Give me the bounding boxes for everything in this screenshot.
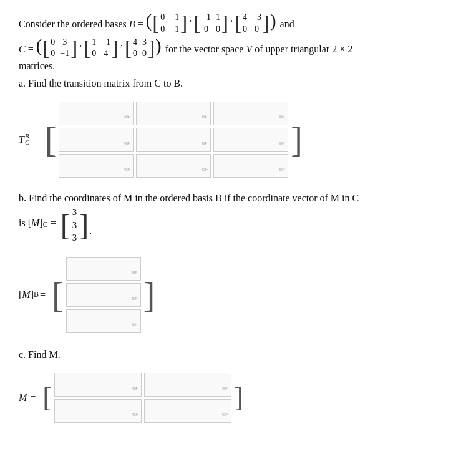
C-label-main: C	[19, 37, 26, 55]
M-label: M =	[19, 392, 36, 403]
part-b-matrix: [ ✏ ✏ ✏ ]	[52, 254, 155, 335]
cell-b-1[interactable]: ✏	[66, 257, 141, 281]
cell-c-1-1[interactable]: ✏	[54, 373, 142, 397]
part-a-answer-row: T B C = [ ✏ ✏ ✏ ✏ ✏	[19, 94, 457, 185]
part-b-given: is [M] C = [ 3 3 3 ] .	[19, 206, 457, 244]
pencil-icon-a12[interactable]: ✏	[202, 113, 208, 122]
intro-text: Consider the ordered bases	[19, 12, 127, 30]
cell-a-3-1[interactable]: ✏	[59, 154, 134, 178]
cell-a-3-3[interactable]: ✏	[213, 154, 288, 178]
cell-b-3[interactable]: ✏	[66, 309, 141, 333]
C-matrix-2: [ 1 0 −1 4 ]	[84, 37, 119, 60]
cell-c-2-2[interactable]: ✏	[144, 399, 231, 423]
cell-b-2[interactable]: ✏	[66, 283, 141, 307]
C-matrix-3: [ 4 0 3 0 ]	[125, 37, 155, 60]
part-a-input-grid: ✏ ✏ ✏ ✏ ✏ ✏ ✏ ✏	[56, 99, 291, 180]
for-text: for the vector space V of upper triangul…	[165, 37, 352, 55]
pencil-icon-a31[interactable]: ✏	[124, 165, 130, 175]
cell-a-3-2[interactable]: ✏	[136, 154, 211, 178]
pencil-icon-a33[interactable]: ✏	[279, 165, 285, 175]
part-a-label: a. Find the transition matrix from C to …	[19, 78, 457, 89]
problem-statement: Consider the ordered bases B = ( [ 0 0 −…	[19, 12, 457, 89]
pencil-icon-a21[interactable]: ✏	[124, 139, 130, 148]
part-a-matrix: [ ✏ ✏ ✏ ✏ ✏ ✏ ✏	[45, 99, 303, 180]
pencil-icon-c11[interactable]: ✏	[132, 384, 138, 393]
pencil-icon-a22[interactable]: ✏	[202, 139, 208, 148]
pencil-icon-c22[interactable]: ✏	[222, 410, 228, 420]
B-matrix-2: [ −1 0 1 0 ]	[193, 12, 228, 35]
cell-a-2-1[interactable]: ✏	[59, 128, 134, 152]
B-label: B	[129, 12, 135, 30]
part-b-answer-row: [M] B = [ ✏ ✏ ✏ ]	[19, 249, 457, 340]
cell-c-1-2[interactable]: ✏	[144, 373, 231, 397]
part-b-label: b. Find the coordinates of M in the orde…	[19, 193, 457, 204]
pencil-icon-c12[interactable]: ✏	[222, 384, 228, 393]
part-b-input-grid: ✏ ✏ ✏	[64, 254, 143, 335]
pencil-icon-a13[interactable]: ✏	[279, 113, 285, 122]
header-line-1: Consider the ordered bases B = ( [ 0 0 −…	[19, 12, 457, 35]
pencil-icon-b3[interactable]: ✏	[132, 320, 138, 330]
B-matrix-3: [ 4 0 −3 0 ]	[235, 12, 270, 35]
part-c-label: c. Find M.	[19, 349, 457, 360]
C-matrix-1: [ 0 0 3 −1 ]	[42, 37, 77, 60]
cell-a-1-1[interactable]: ✏	[59, 102, 134, 125]
pencil-icon-c21[interactable]: ✏	[132, 410, 138, 420]
part-c-answer-row: M = [ ✏ ✏ ✏ ✏ ]	[19, 365, 457, 430]
cell-a-2-2[interactable]: ✏	[136, 128, 211, 152]
transition-matrix-label: T B C =	[19, 133, 39, 147]
part-c-input-grid: ✏ ✏ ✏ ✏	[52, 370, 234, 425]
M-B-label: [M] B =	[19, 289, 46, 301]
matrices-line: matrices.	[19, 60, 457, 72]
and-label: and	[280, 12, 294, 30]
cell-a-1-3[interactable]: ✏	[213, 102, 288, 125]
cell-c-2-1[interactable]: ✏	[54, 399, 142, 423]
part-c-matrix: [ ✏ ✏ ✏ ✏ ]	[42, 370, 243, 425]
header-line-2: C = ( [ 0 0 3 −1 ] , [ 1	[19, 37, 457, 60]
pencil-icon-a23[interactable]: ✏	[279, 139, 285, 148]
cell-a-1-2[interactable]: ✏	[136, 102, 211, 125]
given-vector: [ 3 3 3 ]	[61, 206, 89, 244]
pencil-icon-a32[interactable]: ✏	[202, 165, 208, 175]
B-matrix-1: [ 0 0 −1 −1 ]	[152, 12, 187, 35]
pencil-icon-a11[interactable]: ✏	[124, 113, 130, 122]
cell-a-2-3[interactable]: ✏	[213, 128, 288, 152]
equals-sign: =	[138, 12, 143, 30]
pencil-icon-b1[interactable]: ✏	[132, 268, 138, 277]
pencil-icon-b2[interactable]: ✏	[132, 294, 138, 304]
